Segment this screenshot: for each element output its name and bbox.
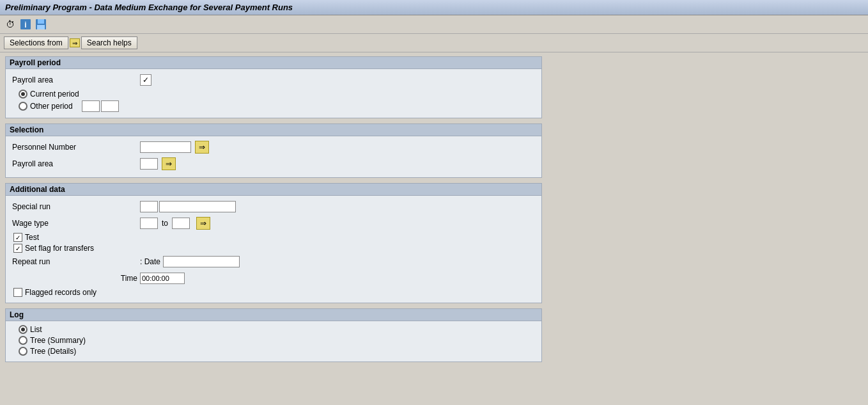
flagged-records-label: Flagged records only bbox=[25, 288, 97, 297]
payroll-period-body: Payroll area ✓ Current period Other peri… bbox=[6, 69, 541, 118]
selection-body: Personnel Number ⇒ Payroll area ⇒ bbox=[6, 136, 541, 177]
log-tree-summary-row: Tree (Summary) bbox=[19, 336, 535, 345]
special-run-input-2[interactable] bbox=[159, 201, 236, 212]
payroll-area-row: Payroll area ✓ bbox=[12, 73, 535, 87]
selection-payroll-area-label: Payroll area bbox=[12, 159, 140, 168]
log-list-row: List bbox=[19, 325, 535, 334]
payroll-area-arrow-btn[interactable]: ⇒ bbox=[162, 157, 176, 170]
current-period-radio[interactable] bbox=[19, 90, 27, 99]
repeat-run-label: Repeat run bbox=[12, 257, 140, 266]
log-tree-details-row: Tree (Details) bbox=[19, 347, 535, 356]
title-bar: Preliminary Program - Data Medium Exchan… bbox=[0, 0, 868, 15]
additional-data-section: Additional data Special run Wage type to… bbox=[5, 183, 542, 303]
personnel-number-arrow-btn[interactable]: ⇒ bbox=[195, 141, 209, 154]
other-period-radio[interactable] bbox=[19, 102, 27, 111]
personnel-number-input[interactable] bbox=[140, 141, 191, 153]
main-content: Payroll period Payroll area ✓ Current pe… bbox=[0, 52, 868, 371]
other-period-input-2[interactable] bbox=[101, 100, 119, 112]
test-row: ✓ Test bbox=[13, 233, 535, 242]
time-value[interactable]: 00:00:00 bbox=[140, 273, 185, 284]
repeat-run-row: Repeat run : Date bbox=[12, 255, 535, 269]
time-label: Time bbox=[12, 274, 140, 283]
payroll-area-label: Payroll area bbox=[12, 75, 140, 84]
other-period-input-1[interactable] bbox=[82, 100, 100, 112]
additional-data-body: Special run Wage type to ⇒ ✓ Test ✓ Set … bbox=[6, 196, 541, 303]
svg-rect-4 bbox=[37, 25, 45, 29]
flagged-records-checkbox[interactable] bbox=[13, 288, 22, 297]
toolbar: ⏱ i © www.tutorialkart.com bbox=[0, 15, 868, 34]
search-helps-button[interactable]: Search helps bbox=[81, 36, 137, 49]
save-icon[interactable] bbox=[35, 18, 47, 31]
test-checkbox[interactable]: ✓ bbox=[13, 233, 22, 242]
personnel-number-label: Personnel Number bbox=[12, 143, 140, 152]
other-period-label: Other period bbox=[30, 102, 73, 111]
log-header: Log bbox=[6, 309, 541, 321]
set-flag-label: Set flag for transfers bbox=[25, 244, 94, 253]
button-bar: Selections from ⇒ Search helps bbox=[0, 34, 868, 52]
svg-text:i: i bbox=[24, 20, 26, 29]
log-list-label: List bbox=[30, 325, 42, 334]
arrow-right-icon: ⇒ bbox=[70, 38, 80, 47]
wage-type-label: Wage type bbox=[12, 219, 140, 228]
log-body: List Tree (Summary) Tree (Details) bbox=[6, 321, 541, 361]
personnel-number-row: Personnel Number ⇒ bbox=[12, 140, 535, 154]
special-run-row: Special run bbox=[12, 200, 535, 214]
app-title: Preliminary Program - Data Medium Exchan… bbox=[5, 3, 293, 12]
time-row: Time 00:00:00 bbox=[12, 271, 535, 285]
selection-header: Selection bbox=[6, 124, 541, 136]
payroll-period-section: Payroll period Payroll area ✓ Current pe… bbox=[5, 56, 542, 118]
log-list-radio[interactable] bbox=[19, 325, 27, 334]
log-section: Log List Tree (Summary) Tree (Details) bbox=[5, 308, 542, 362]
log-tree-details-label: Tree (Details) bbox=[30, 347, 76, 356]
wage-type-row: Wage type to ⇒ bbox=[12, 216, 535, 230]
selection-section: Selection Personnel Number ⇒ Payroll are… bbox=[5, 123, 542, 178]
wage-type-input-to[interactable] bbox=[172, 218, 190, 229]
payroll-period-header: Payroll period bbox=[6, 57, 541, 69]
repeat-run-date-input[interactable] bbox=[163, 256, 240, 267]
search-helps-label: Search helps bbox=[87, 38, 132, 47]
special-run-label: Special run bbox=[12, 202, 140, 211]
selections-from-label: Selections from bbox=[10, 38, 63, 47]
other-period-row: Other period bbox=[19, 100, 535, 112]
current-period-row: Current period bbox=[19, 90, 535, 99]
wage-type-input-from[interactable] bbox=[140, 218, 158, 229]
clock-icon[interactable]: ⏱ bbox=[4, 18, 17, 31]
special-run-input-1[interactable] bbox=[140, 201, 158, 212]
info-icon[interactable]: i bbox=[19, 18, 32, 31]
selection-payroll-area-row: Payroll area ⇒ bbox=[12, 157, 535, 171]
flagged-records-row: Flagged records only bbox=[13, 288, 535, 297]
selections-from-button[interactable]: Selections from bbox=[4, 36, 68, 49]
set-flag-row: ✓ Set flag for transfers bbox=[13, 244, 535, 253]
svg-rect-3 bbox=[38, 19, 44, 24]
log-tree-summary-radio[interactable] bbox=[19, 336, 27, 345]
to-label: to bbox=[162, 219, 168, 228]
log-tree-summary-label: Tree (Summary) bbox=[30, 336, 86, 345]
test-label: Test bbox=[25, 233, 39, 242]
log-tree-details-radio[interactable] bbox=[19, 347, 27, 356]
date-label: : Date bbox=[140, 257, 160, 266]
additional-data-header: Additional data bbox=[6, 184, 541, 196]
set-flag-checkbox[interactable]: ✓ bbox=[13, 244, 22, 253]
selection-payroll-area-input[interactable] bbox=[140, 158, 158, 170]
wage-type-arrow-btn[interactable]: ⇒ bbox=[196, 217, 210, 230]
current-period-label: Current period bbox=[30, 90, 79, 99]
payroll-area-checkbox[interactable]: ✓ bbox=[140, 74, 151, 86]
